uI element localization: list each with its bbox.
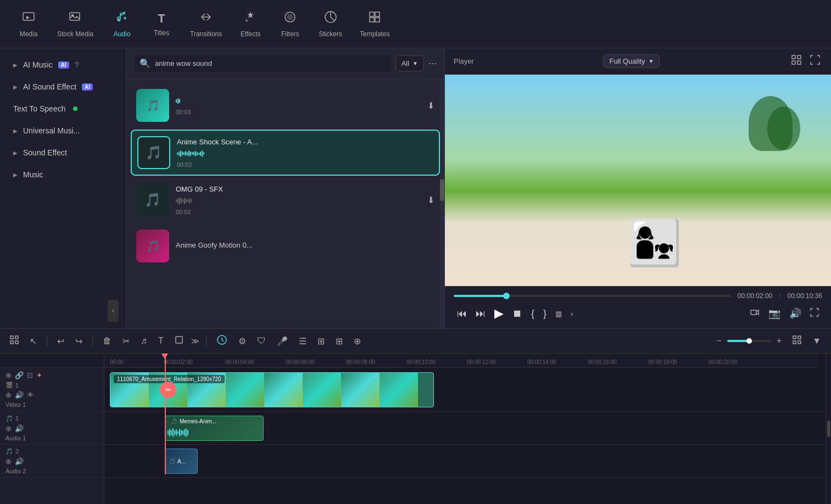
nav-label-transitions: Transitions (190, 30, 222, 38)
help-icon-music[interactable]: ? (75, 60, 79, 69)
download-button-prev[interactable]: ⬇ (427, 100, 434, 111)
play-button[interactable]: ▶ (491, 304, 507, 323)
sidebar-item-music[interactable]: ▶ Music (4, 165, 121, 184)
audio-clip-2[interactable]: 🎵 A... (165, 449, 198, 474)
audio1-add-button[interactable]: ⊕ (5, 424, 12, 433)
timeline-center-btn3[interactable]: 🛡 (254, 334, 269, 348)
volume-track-icon[interactable]: 🔊 (15, 391, 24, 399)
add-track-icon[interactable]: ⊕ (5, 371, 12, 379)
volume-button[interactable]: 🔊 (786, 305, 805, 322)
audio1-volume-icon[interactable]: 🔊 (15, 424, 24, 433)
fullscreen-view-button[interactable] (808, 53, 822, 70)
arrow-icon-sfx: ▶ (13, 150, 18, 156)
timeline-center-btn5[interactable]: ☰ (295, 334, 310, 349)
timeline-center-btn7[interactable]: ⊞ (332, 334, 346, 349)
sidebar-label-sound-effect: Sound Effect (23, 148, 67, 157)
nav-item-stickers[interactable]: Stickers (310, 6, 351, 42)
insert-button[interactable]: ▥ (552, 307, 565, 320)
zoom-in-button[interactable]: + (773, 334, 785, 348)
mark-out-button[interactable]: } (540, 306, 550, 322)
undo-button[interactable]: ↩ (54, 334, 68, 349)
clip-cut-icon[interactable]: ✂ (160, 382, 176, 398)
sidebar-item-ai-sound-effect[interactable]: ▶ AI Sound Effect AI (4, 77, 121, 97)
more-tools-button[interactable]: ≫ (191, 337, 199, 345)
nav-item-transitions[interactable]: Transitions (181, 6, 231, 42)
text-tool-button[interactable]: T (155, 334, 167, 348)
stock-media-icon (69, 10, 82, 27)
sidebar-item-sound-effect[interactable]: ▶ Sound Effect (4, 143, 121, 163)
add-media-button[interactable]: ⊕ (5, 391, 12, 399)
fullscreen-button[interactable] (807, 306, 822, 322)
timeline-expand-button[interactable]: ▼ (809, 334, 824, 348)
svg-rect-15 (751, 310, 756, 315)
redo-button[interactable]: ↪ (72, 334, 86, 349)
mark-in-button[interactable]: { (528, 306, 538, 322)
zoom-fill (727, 340, 749, 342)
cut-button[interactable]: ✂ (119, 334, 133, 349)
timeline-center-btn4[interactable]: 🎤 (274, 334, 291, 349)
progress-bar[interactable] (454, 295, 731, 297)
nav-item-effects[interactable]: Effects (231, 6, 270, 42)
frame-back-button[interactable]: ⏭ (472, 306, 489, 322)
nav-item-filters[interactable]: Filters (270, 6, 310, 42)
overlay-button[interactable] (746, 305, 763, 322)
audio2-add-button[interactable]: ⊕ (5, 457, 12, 466)
timeline-pointer-button[interactable]: ↖ (26, 334, 40, 349)
zoom-out-button[interactable]: − (713, 334, 724, 348)
ai-assist-icon[interactable]: ✦ (36, 371, 42, 379)
timeline-grid-button[interactable] (7, 333, 22, 349)
search-bar: 🔍 All ▼ ··· (126, 48, 444, 79)
filter-dropdown[interactable]: All ▼ (395, 55, 424, 71)
time-separator: / (779, 292, 780, 300)
video-track-row-1[interactable]: 1110670_Amusement_Relation_1280x720 ✂ (104, 368, 826, 412)
sidebar-item-universal-music[interactable]: ▶ Universal Musi... (4, 121, 121, 141)
audio-item-goofy[interactable]: 🎵 Anime Goofy Motion 0... (131, 224, 440, 268)
timeline-grid-view-button[interactable] (789, 333, 805, 349)
snapshot-button[interactable]: 📷 (765, 305, 784, 322)
audio-item-omg09[interactable]: 🎵 OMG 09 - SFX (131, 178, 440, 222)
audio-item-prev[interactable]: 🎵 00:03 ⬇ (131, 83, 440, 127)
stop-button[interactable]: ⏹ (509, 306, 526, 322)
nav-item-stock-media[interactable]: Stock Media (48, 6, 102, 42)
delete-button[interactable]: 🗑 (99, 334, 115, 348)
player-header: Player Full Quality ▼ (445, 48, 831, 75)
quality-selector[interactable]: Full Quality ▼ (603, 54, 660, 68)
split-track-icon[interactable]: ⊡ (27, 371, 33, 379)
eye-track-icon[interactable]: 👁 (27, 391, 34, 399)
nav-item-audio[interactable]: Audio (102, 6, 142, 42)
audio-clip-1[interactable]: 🎵 Memes-Anim... (165, 416, 264, 441)
timeline-center-btn1[interactable] (213, 332, 231, 350)
download-button-omg[interactable]: ⬇ (427, 195, 434, 205)
link-tracks-icon[interactable]: 🔗 (15, 371, 24, 379)
audio-item-anime-shock[interactable]: 🎵 Anime Shock Scene - A... (131, 130, 440, 176)
zoom-slider[interactable] (727, 340, 771, 342)
video-clip-main[interactable]: 1110670_Amusement_Relation_1280x720 ✂ (110, 372, 434, 407)
search-input[interactable] (155, 59, 386, 68)
nav-label-stickers: Stickers (319, 30, 342, 38)
audio-list-scrollbar[interactable] (440, 79, 444, 328)
timeline-center-btn2[interactable]: ⚙ (235, 334, 249, 349)
sidebar-item-ai-music[interactable]: ▶ AI Music AI ? (4, 55, 121, 75)
audio-edit-button[interactable]: ♬ (137, 334, 150, 348)
timeline-center-btn6[interactable]: ⊞ (314, 334, 328, 349)
sidebar-label-universal-music: Universal Musi... (23, 126, 80, 135)
nav-item-titles[interactable]: T Titles (142, 7, 181, 41)
grid-view-button[interactable] (789, 53, 804, 70)
arrow-right-icon[interactable]: › (567, 307, 576, 320)
sidebar-collapse-button[interactable]: ‹ (108, 300, 119, 322)
music-note-icon-goofy: 🎵 (146, 239, 160, 253)
timeline-tracks-right[interactable]: 00:00 00:00:02:00 00:00:04:00 00:00:06:0… (104, 354, 826, 504)
sidebar-item-text-to-speech[interactable]: Text To Speech (4, 99, 121, 119)
nav-item-media[interactable]: Media (9, 6, 48, 42)
timeline-scrollbar-thumb (827, 421, 830, 437)
more-options-button[interactable]: ··· (428, 58, 437, 69)
waveform-shock (177, 148, 433, 159)
timeline-vertical-scrollbar[interactable] (826, 354, 831, 504)
nav-item-templates[interactable]: Templates (351, 6, 399, 42)
player-view-buttons (789, 53, 822, 70)
timeline-center-btn8[interactable]: ⊕ (350, 334, 364, 349)
timeline-ruler: 00:00 00:00:02:00 00:00:04:00 00:00:06:0… (104, 354, 818, 368)
audio2-volume-icon[interactable]: 🔊 (15, 457, 24, 466)
skip-back-button[interactable]: ⏮ (454, 306, 470, 322)
crop-button[interactable] (171, 333, 187, 349)
